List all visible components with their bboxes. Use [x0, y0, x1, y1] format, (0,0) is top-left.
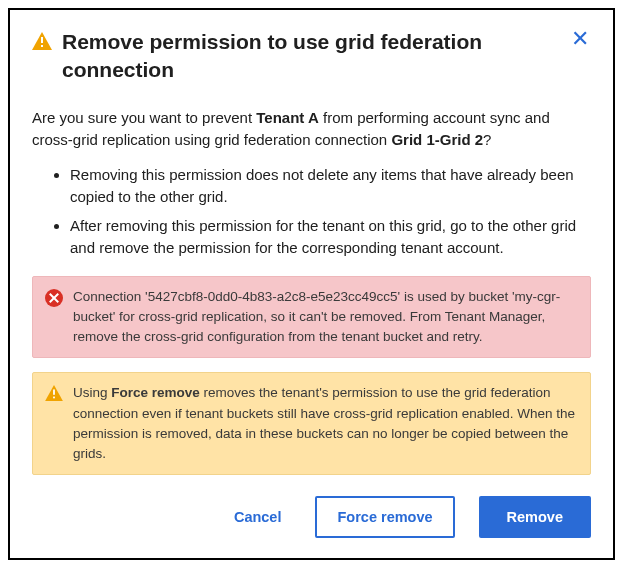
list-item: After removing this permission for the t…: [70, 215, 591, 260]
force-remove-button[interactable]: Force remove: [315, 496, 454, 538]
intro-pre: Are you sure you want to prevent: [32, 109, 256, 126]
error-text: Connection '5427cbf8-0dd0-4b83-a2c8-e5e2…: [73, 287, 578, 348]
list-item: Removing this permission does not delete…: [70, 164, 591, 209]
warning-icon: [45, 385, 63, 403]
confirmation-text: Are you sure you want to prevent Tenant …: [32, 107, 591, 152]
svg-rect-2: [41, 45, 43, 47]
cancel-button[interactable]: Cancel: [224, 497, 292, 537]
intro-post: ?: [483, 131, 491, 148]
tenant-name: Tenant A: [256, 109, 319, 126]
warning-text: Using Force remove removes the tenant's …: [73, 383, 578, 464]
connection-name: Grid 1-Grid 2: [391, 131, 483, 148]
svg-rect-4: [53, 390, 55, 395]
dialog-actions: Cancel Force remove Remove: [224, 496, 591, 538]
svg-rect-1: [41, 37, 43, 43]
remove-permission-dialog: Remove permission to use grid federation…: [8, 8, 615, 560]
warning-alert: Using Force remove removes the tenant's …: [32, 372, 591, 475]
error-alert: Connection '5427cbf8-0dd0-4b83-a2c8-e5e2…: [32, 276, 591, 359]
warn-strong: Force remove: [111, 385, 200, 400]
dialog-header: Remove permission to use grid federation…: [32, 28, 591, 85]
warning-icon: [32, 32, 52, 50]
dialog-title: Remove permission to use grid federation…: [62, 28, 559, 85]
error-icon: [45, 289, 63, 307]
remove-button[interactable]: Remove: [479, 496, 591, 538]
close-icon[interactable]: ✕: [569, 28, 591, 50]
info-list: Removing this permission does not delete…: [32, 164, 591, 260]
svg-rect-5: [53, 397, 55, 399]
warn-pre: Using: [73, 385, 111, 400]
